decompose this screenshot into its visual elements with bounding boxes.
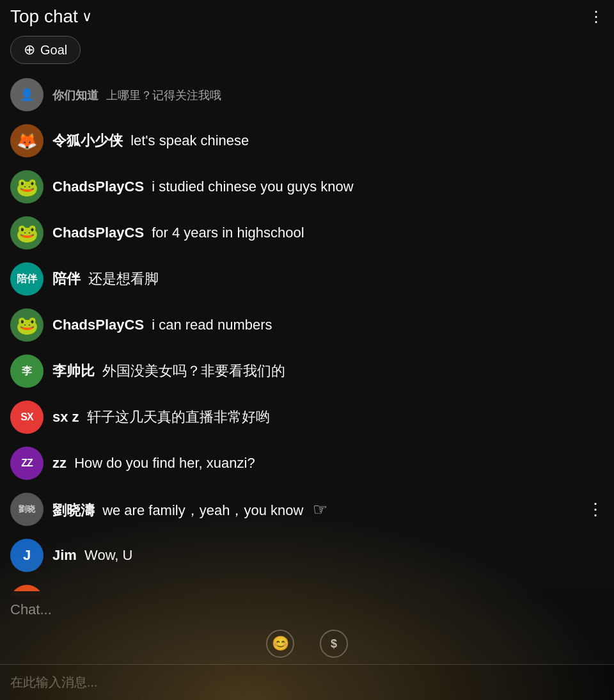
- list-item: 🐸 ChadsPlayCS for 4 years in highschool: [0, 210, 614, 256]
- emoji-symbol: 😊: [272, 635, 289, 652]
- username: 令狐小少侠: [52, 132, 123, 148]
- more-options-icon[interactable]: ⋮: [587, 500, 604, 520]
- emoji-icon[interactable]: 😊: [266, 630, 294, 658]
- avatar: 劉晓: [10, 493, 43, 526]
- message-content: 陪伴 还是想看脚: [52, 269, 604, 289]
- message-content: sx z 轩子这几天真的直播非常好哟: [52, 408, 604, 427]
- avatar: ZZ: [10, 447, 43, 480]
- avatar: 👤: [10, 78, 43, 111]
- avatar: 🐸: [10, 216, 43, 250]
- list-item: ZZ zz How do you find her, xuanzi?: [0, 440, 614, 486]
- message-content: ChadsPlayCS i studied chinese you guys k…: [52, 177, 604, 197]
- list-item: 🐸 ChadsPlayCS i studied chinese you guys…: [0, 164, 614, 210]
- emoji-dollar-row: 😊 $: [0, 623, 614, 664]
- list-item: 👤 你们知道 上哪里？记得关注我哦: [0, 72, 614, 118]
- cursor-hand-icon: ☞: [313, 498, 327, 521]
- message-text: let's speak chinese: [130, 132, 249, 148]
- username: 你们知道: [52, 89, 98, 102]
- username: 劉晓濤: [52, 502, 95, 518]
- chat-placeholder-row[interactable]: Chat...: [0, 591, 614, 623]
- chevron-down-icon[interactable]: ∨: [82, 8, 92, 25]
- goal-icon: ⊕: [24, 42, 35, 58]
- message-content: 李帅比 外国没美女吗？非要看我们的: [52, 362, 604, 381]
- message-text: i can read numbers: [152, 317, 272, 333]
- more-options-icon[interactable]: ⋮: [588, 8, 604, 26]
- chinese-placeholder: 在此输入消息...: [10, 675, 98, 689]
- message-content: 令狐小少侠 let's speak chinese: [52, 131, 604, 151]
- super-chat-icon[interactable]: $: [320, 630, 348, 658]
- avatar: 🦊: [10, 124, 43, 157]
- username: ChadsPlayCS: [52, 225, 144, 241]
- message-text: we are family，yeah，you know: [102, 502, 303, 518]
- username: 陪伴: [52, 271, 81, 287]
- bottom-input-area: Chat... 😊 $ 在此输入消息...: [0, 591, 614, 700]
- goal-label: Goal: [40, 43, 67, 58]
- chinese-input-bar[interactable]: 在此输入消息...: [0, 664, 614, 700]
- list-item: 李 李帅比 外国没美女吗？非要看我们的: [0, 348, 614, 394]
- message-text: 上哪里？记得关注我哦: [106, 89, 221, 102]
- list-item: SX sx z 轩子这几天真的直播非常好哟: [0, 394, 614, 440]
- username: ChadsPlayCS: [52, 317, 144, 333]
- top-bar: Top chat ∨ ⋮: [0, 0, 614, 31]
- username: zz: [52, 455, 67, 471]
- message-content: ChadsPlayCS for 4 years in highschool: [52, 223, 604, 243]
- message-text: 轩子这几天真的直播非常好哟: [87, 409, 270, 425]
- message-text: 还是想看脚: [88, 271, 159, 287]
- list-item: 🐸 ChadsPlayCS i can read numbers: [0, 302, 614, 348]
- list-item: 劉晓 劉晓濤 we are family，yeah，you know ☞ ⋮: [0, 486, 614, 532]
- message-text: Wow, U: [84, 547, 132, 563]
- list-item: J Jim Wow, U: [0, 532, 614, 578]
- chat-placeholder: Chat...: [10, 601, 52, 617]
- top-chat-text: Top chat: [10, 6, 78, 27]
- dollar-symbol: $: [331, 637, 337, 651]
- goal-button[interactable]: ⊕ Goal: [10, 36, 81, 64]
- list-item: 🦊 令狐小少侠 let's speak chinese: [0, 118, 614, 164]
- top-chat-label[interactable]: Top chat ∨: [10, 6, 92, 27]
- username: sx z: [52, 409, 79, 425]
- chat-list: 👤 你们知道 上哪里？记得关注我哦 🦊 令狐小少侠 let's speak ch…: [0, 72, 614, 596]
- message-content: Jim Wow, U: [52, 546, 604, 566]
- username: Jim: [52, 547, 77, 563]
- message-content: 劉晓濤 we are family，yeah，you know ☞: [52, 498, 604, 521]
- message-text: for 4 years in highschool: [152, 225, 304, 241]
- username: ChadsPlayCS: [52, 179, 144, 195]
- avatar: 李: [10, 354, 43, 388]
- avatar: 🐸: [10, 308, 43, 342]
- avatar: SX: [10, 401, 43, 434]
- message-content: ChadsPlayCS i can read numbers: [52, 315, 604, 335]
- message-text: How do you find her, xuanzi?: [74, 455, 255, 471]
- avatar: 陪伴: [10, 262, 43, 296]
- list-item: 陪伴 陪伴 还是想看脚: [0, 256, 614, 302]
- message-content: zz How do you find her, xuanzi?: [52, 454, 604, 473]
- message-text: 外国没美女吗？非要看我们的: [102, 363, 285, 379]
- avatar: 🐸: [10, 170, 43, 203]
- username: 李帅比: [52, 363, 95, 379]
- message-text: i studied chinese you guys know: [152, 179, 354, 195]
- message-content: 你们知道 上哪里？记得关注我哦: [52, 85, 604, 105]
- avatar: J: [10, 539, 43, 572]
